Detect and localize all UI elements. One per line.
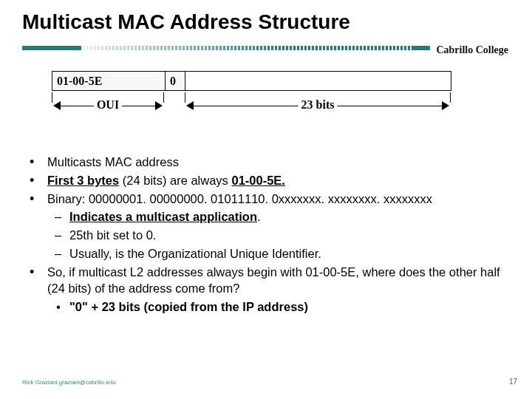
sub-1: Indicates a multicast application.: [22, 208, 514, 225]
mac-table: 01-00-5E 0: [52, 71, 451, 91]
bullet-3: Binary: 00000001. 00000000. 01011110. 0x…: [22, 191, 514, 208]
arrow-right-icon: [155, 101, 163, 110]
footer-author: Rick Graziani graziani@cabrillo.edu: [22, 379, 116, 386]
sub-4-text: "0" + 23 bits (copied from the IP addres…: [69, 300, 308, 313]
header-divider: Cabrillo College: [22, 46, 510, 65]
bits-label: 23 bits: [299, 98, 338, 112]
oui-label: OUI: [94, 98, 122, 112]
zero-bit-cell: 0: [166, 72, 185, 91]
slide-title: Multicast MAC Address Structure: [22, 10, 350, 34]
bullet-1: Multicasts MAC address: [22, 154, 514, 171]
b2-suffix: 01-00-5E.: [231, 174, 284, 187]
arrow-right-icon: [442, 101, 449, 110]
brand-label: Cabrillo College: [430, 44, 510, 56]
footer-page-number: 17: [509, 378, 517, 386]
bullet-content: Multicasts MAC address First 3 bytes (24…: [22, 154, 514, 317]
divider-fade: [81, 46, 414, 50]
b2-mid: (24 bits) are always: [119, 174, 231, 187]
sub-1-dot: .: [257, 210, 261, 223]
sub-2: 25th bit set to 0.: [22, 227, 514, 244]
bullet-4: So, if multicast L2 addresses always beg…: [22, 264, 514, 298]
bits-cell: [185, 72, 451, 91]
bullet-2: First 3 bytes (24 bits) are always 01-00…: [22, 172, 514, 189]
arrow-row: OUI 23 bits: [52, 92, 451, 122]
sub-1-text: Indicates a multicast application: [69, 210, 257, 223]
sub-3: Usually, is the Organizational Unique Id…: [22, 245, 514, 262]
sub-4: "0" + 23 bits (copied from the IP addres…: [22, 299, 514, 316]
b2-first3: First 3 bytes: [47, 174, 119, 187]
oui-cell: 01-00-5E: [52, 72, 166, 91]
mac-structure-diagram: 01-00-5E 0 OUI 23 bits: [52, 71, 451, 122]
